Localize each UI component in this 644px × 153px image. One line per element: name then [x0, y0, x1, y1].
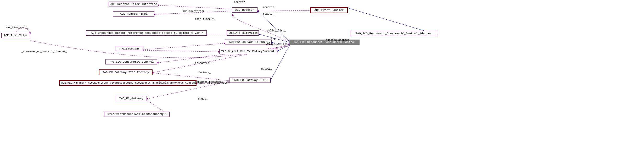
label-consumer-proxy-map: consumer_proxy_map_: [195, 81, 225, 84]
label-consumer-ec-control-timeout: _consumer_ec_control_timeout_: [21, 50, 67, 53]
label-implementation: implementation_: [183, 10, 206, 13]
node-tao-pseudo-var-t: TAO_Pseudo_Var_T< ORB >: [225, 40, 272, 45]
node-tao-unbounded: TAO::unbounded_object_reference_sequence…: [86, 30, 207, 36]
node-ace-map-manager: ACE_Map_Manager< RtecEventComm::EventSou…: [59, 80, 197, 86]
node-label: RtecEventChannelAdmin::ConsumerQOS: [108, 113, 166, 116]
node-label: ACE_Event_Handler: [314, 9, 344, 12]
node-label: TAO_EC_Gateway: [119, 97, 143, 100]
node-tao-ec-gateway-iiop-factory: TAO_EC_Gateway_IIOP_Factory: [99, 69, 153, 75]
label-reactor2: reactor_: [263, 6, 276, 9]
node-ace-reactor-impl: ACE_Reactor_Impl: [113, 11, 154, 17]
label-max-time-zero: max_time_zero_: [6, 26, 28, 29]
node-label: TAO_EC_Gateway_IIOP_Factory: [102, 71, 149, 74]
label-gateway: gateway_: [261, 68, 274, 70]
node-tao-ecg-consumerec-control: TAO_ECG_ConsumerEC_Control: [105, 59, 157, 64]
label-orb: orb_: [271, 38, 277, 41]
node-corba-policy-list: CORBA::PolicyList: [227, 30, 259, 36]
label-rate-timeout: rate_timeout_: [195, 18, 215, 21]
node-ace-reactor-timer-interface: ACE_Reactor_Timer_Interface: [109, 2, 158, 7]
label-policy-current: policy_current_: [266, 42, 289, 45]
node-ace-event-handler: ACE_Event_Handler: [310, 7, 348, 13]
node-ace-time-value: ACE_Time_Value: [1, 33, 30, 38]
edges-svg: [0, 0, 644, 153]
node-label: ACE_Reactor_Impl: [120, 12, 148, 15]
node-label: TAO::unbounded_object_reference_sequence…: [89, 31, 203, 35]
node-label: TAO_ECG_Reconnect_ConsumerEC_Control_Ada…: [356, 32, 432, 35]
node-label: ACE_Time_Value: [4, 34, 28, 37]
label-ec-control: ec_control_: [195, 62, 212, 65]
label-reactor3: reactor_: [263, 13, 276, 15]
diagram-container: ACE_Time_Value ACE_Reactor_Timer_Interfa…: [0, 0, 644, 153]
label-factory: factory_: [198, 71, 211, 74]
node-label: TAO_EC_Gateway_IIOP: [233, 79, 266, 82]
node-label: ACE_Reactor: [235, 8, 254, 12]
node-tao-ec-gateway-iiop: TAO_EC_Gateway_IIOP: [229, 78, 271, 83]
label-adaptee-adapter: adaptee_adapter_: [326, 39, 351, 42]
node-label: CORBA::PolicyList: [228, 31, 258, 35]
node-label: TAO_ECG_ConsumerEC_Control: [109, 60, 154, 63]
node-tao-objref-var-t: TAO_Objref_Var_T< PolicyCurrent >: [219, 49, 277, 54]
node-tao-base-var: TAO_Base_var: [115, 46, 143, 51]
node-label: TAO_Pseudo_Var_T< ORB >: [228, 41, 268, 44]
node-tao-ecg-reconnect-adapter: TAO_ECG_Reconnect_ConsumerEC_Control_Ada…: [350, 31, 437, 36]
node-label: ACE_Reactor_Timer_Interface: [110, 3, 157, 6]
label-c-qos: c_qos_: [198, 97, 208, 100]
node-label: TAO_Base_var: [119, 47, 139, 50]
node-ace-reactor: ACE_Reactor: [232, 7, 257, 13]
label-policy-list: policy_list_: [267, 29, 286, 32]
node-label: TAO_Objref_Var_T< PolicyCurrent >: [221, 50, 278, 53]
node-tao-ec-gateway: TAO_EC_Gateway: [116, 96, 147, 101]
node-rtec-event-channel-admin: RtecEventChannelAdmin::ConsumerQOS: [104, 112, 170, 117]
label-reactor1: reactor_: [234, 1, 247, 4]
